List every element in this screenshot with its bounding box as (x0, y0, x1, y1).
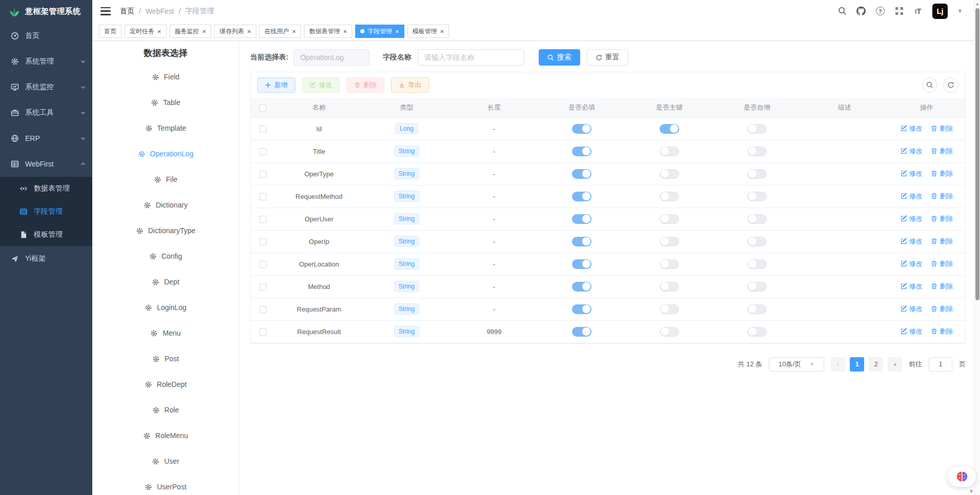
tab[interactable]: 服务监控 × (170, 25, 212, 38)
auto-increment-toggle[interactable] (747, 147, 767, 156)
assistant-collapse-icon[interactable]: ▼ (969, 488, 974, 494)
sidebar-collapse-icon[interactable] (100, 7, 111, 15)
assistant-button[interactable] (948, 466, 976, 487)
help-icon[interactable]: ? (875, 7, 885, 16)
required-toggle[interactable] (572, 237, 591, 246)
row-checkbox[interactable] (259, 216, 267, 223)
sidebar-item-field-management[interactable]: 字段管理 (0, 200, 92, 223)
font-size-icon[interactable]: tT (913, 7, 923, 16)
required-toggle[interactable] (572, 147, 591, 156)
sidebar-item-yi-framework[interactable]: Yi框架 (0, 246, 92, 272)
auto-increment-toggle[interactable] (747, 282, 767, 292)
primary-key-toggle[interactable] (660, 237, 679, 246)
delete-button[interactable]: 删除 (346, 77, 384, 93)
auto-increment-toggle[interactable] (747, 237, 767, 246)
delete-row-button[interactable]: 删除 (931, 327, 953, 336)
required-toggle[interactable] (572, 282, 591, 292)
delete-row-button[interactable]: 删除 (931, 147, 953, 156)
tree-item-config[interactable]: Config (92, 243, 239, 269)
auto-increment-toggle[interactable] (747, 124, 767, 134)
breadcrumb-home[interactable]: 首页 (120, 7, 134, 16)
row-checkbox[interactable] (259, 328, 267, 336)
edit-row-button[interactable]: 修改 (901, 124, 923, 133)
app-logo[interactable]: 意框架管理系统 (0, 0, 92, 23)
search-icon[interactable] (838, 7, 847, 16)
tree-item-roledept[interactable]: RoleDept (92, 372, 239, 397)
tab-close-icon[interactable]: × (202, 28, 207, 35)
tree-item-user[interactable]: User (92, 448, 239, 474)
sidebar-item-webfirst[interactable]: WebFirst (0, 151, 92, 177)
delete-row-button[interactable]: 删除 (931, 304, 953, 314)
primary-key-toggle[interactable] (660, 169, 679, 179)
delete-row-button[interactable]: 删除 (931, 124, 953, 133)
required-toggle[interactable] (572, 259, 591, 269)
fullscreen-icon[interactable] (894, 7, 904, 16)
primary-key-toggle[interactable] (660, 147, 679, 156)
edit-row-button[interactable]: 修改 (901, 214, 923, 223)
sidebar-item-table-management[interactable]: 数据表管理 (0, 177, 92, 200)
tree-item-dictionarytype[interactable]: DictionaryType (92, 218, 239, 243)
sidebar-item-template-management[interactable]: 模板管理 (0, 223, 92, 246)
tree-item-operationlog[interactable]: OperationLog (92, 141, 239, 167)
row-checkbox[interactable] (259, 306, 267, 313)
row-checkbox[interactable] (259, 261, 267, 268)
add-button[interactable]: 新增 (257, 77, 295, 93)
required-toggle[interactable] (572, 169, 591, 179)
auto-increment-toggle[interactable] (747, 259, 767, 269)
scrollbar-thumb[interactable] (975, 8, 979, 300)
tree-item-role[interactable]: Role (92, 397, 239, 423)
page-size-select[interactable]: 10条/页 ▼ (769, 357, 824, 372)
auto-increment-toggle[interactable] (747, 192, 767, 201)
tab[interactable]: 数据表管理 × (304, 25, 352, 38)
primary-key-toggle[interactable] (660, 327, 679, 337)
tab-close-icon[interactable]: × (157, 28, 161, 35)
prev-page-button[interactable]: ‹ (831, 357, 845, 372)
edit-row-button[interactable]: 修改 (901, 169, 923, 178)
required-toggle[interactable] (572, 327, 591, 337)
tab-close-icon[interactable]: × (247, 28, 251, 35)
toggle-search-icon[interactable] (922, 77, 937, 93)
row-checkbox[interactable] (259, 238, 267, 245)
tree-item-table[interactable]: Table (92, 90, 239, 115)
tree-item-file[interactable]: File (92, 167, 239, 192)
primary-key-toggle[interactable] (660, 124, 679, 134)
tab[interactable]: 字段管理 × (355, 25, 404, 38)
tree-item-menu[interactable]: Menu (92, 320, 239, 346)
edit-row-button[interactable]: 修改 (901, 192, 923, 201)
tree-item-post[interactable]: Post (92, 346, 239, 372)
primary-key-toggle[interactable] (660, 259, 679, 269)
tree-item-field[interactable]: Field (92, 64, 239, 90)
field-name-input[interactable] (418, 49, 524, 66)
edit-button[interactable]: 修改 (302, 77, 340, 93)
delete-row-button[interactable]: 删除 (931, 282, 953, 291)
required-toggle[interactable] (572, 304, 591, 314)
delete-row-button[interactable]: 删除 (931, 169, 953, 178)
page-button-2[interactable]: 2 (869, 357, 883, 372)
github-icon[interactable] (856, 7, 866, 16)
tree-item-userpost[interactable]: UserPost (92, 474, 239, 495)
tab[interactable]: 在线用户 × (259, 25, 301, 38)
export-button[interactable]: 导出 (391, 77, 429, 93)
primary-key-toggle[interactable] (660, 192, 679, 201)
avatar[interactable]: Lj (932, 4, 948, 19)
sidebar-item-system-tools[interactable]: 系统工具 (0, 100, 92, 126)
tree-item-template[interactable]: Template (92, 115, 239, 141)
delete-row-button[interactable]: 删除 (931, 237, 953, 246)
user-menu-caret-icon[interactable]: ▼ (957, 8, 963, 14)
row-checkbox[interactable] (259, 283, 267, 291)
tab[interactable]: 首页 (99, 25, 121, 38)
delete-row-button[interactable]: 删除 (931, 259, 953, 269)
sidebar-item-home[interactable]: 首页 (0, 23, 92, 49)
tree-item-dept[interactable]: Dept (92, 269, 239, 295)
sidebar-item-system-management[interactable]: 系统管理 (0, 49, 92, 74)
tree-item-dictionary[interactable]: Dictionary (92, 192, 239, 218)
primary-key-toggle[interactable] (660, 282, 679, 292)
primary-key-toggle[interactable] (660, 304, 679, 314)
required-toggle[interactable] (572, 192, 591, 201)
tab-close-icon[interactable]: × (343, 28, 347, 35)
sidebar-item-system-monitor[interactable]: 系统监控 (0, 74, 92, 100)
search-button[interactable]: 搜索 (539, 49, 580, 66)
tab-close-icon[interactable]: × (292, 28, 296, 35)
delete-row-button[interactable]: 删除 (931, 214, 953, 223)
row-checkbox[interactable] (259, 193, 267, 200)
